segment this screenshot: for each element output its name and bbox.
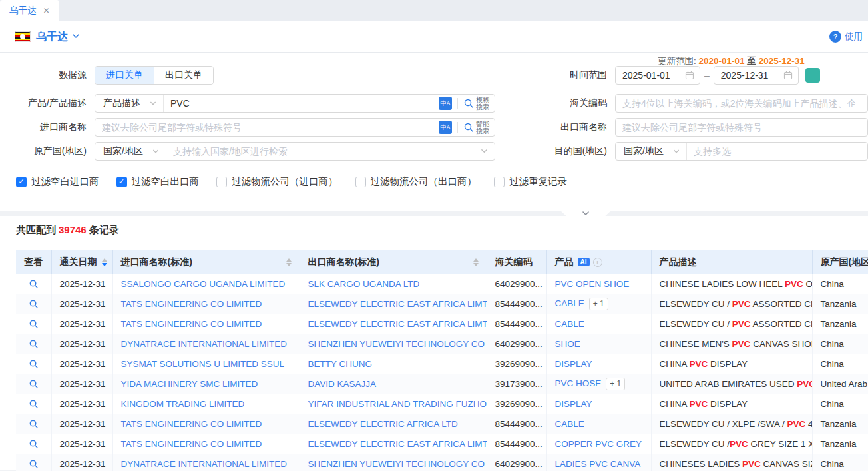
tab-export-customs[interactable]: 出口关单 [154,67,213,84]
sort-asc-icon[interactable] [473,258,479,262]
sort-desc-icon[interactable] [473,263,479,266]
sort-asc-icon[interactable] [286,258,292,262]
sort-desc-icon[interactable] [102,263,107,266]
product-link[interactable]: SHOE [555,339,580,349]
importer-link[interactable]: DYNATRACE INTERNATIONAL LIMITED [121,459,288,469]
importer-link[interactable]: TATS ENGINEERING CO LIMITED [121,299,262,309]
sort-control[interactable] [473,258,479,266]
sort-control[interactable] [286,258,292,266]
filter-checkbox-0[interactable]: ✓过滤空白进口商 [16,175,99,188]
product-link[interactable]: CABLE [555,319,584,329]
exporter-link[interactable]: SLK CARGO UGANDA LTD [308,279,420,289]
translate-icon[interactable]: 中A [439,97,452,110]
destination-input[interactable] [687,143,867,160]
date-to-input[interactable] [714,67,783,84]
filter-checkbox-2[interactable]: 过滤物流公司（进口商） [216,175,338,188]
sort-asc-icon[interactable] [102,258,107,262]
tab-import-customs[interactable]: 进口关单 [95,67,154,84]
calendar-icon[interactable] [685,71,700,80]
product-link[interactable]: DISPLAY [555,399,592,409]
checkbox-icon[interactable] [494,177,505,187]
promo-icon[interactable] [805,68,820,83]
importer-link[interactable]: SYSMAT SOLUTIONS U LIMITED SSUL [121,359,285,369]
product-link[interactable]: CABLE [555,419,584,429]
product-link[interactable]: PVC HOSE [555,378,602,388]
checkbox-checked-icon[interactable]: ✓ [16,177,27,187]
column-header-3[interactable]: 出口商名称(标准) [300,250,487,274]
column-header-1[interactable]: 通关日期 [51,250,112,274]
importer-link[interactable]: YIDA MACHINERY SMC LIMITED [121,379,258,389]
filter-checkbox-3[interactable]: 过滤物流公司（出口商） [355,175,477,188]
importer-link[interactable]: TATS ENGINEERING CO LIMITED [121,319,262,329]
origin-type-select[interactable]: 国家/地区 [95,143,166,160]
origin-input[interactable] [166,143,481,160]
view-record-button[interactable] [29,419,39,429]
keyword-highlight: PVC [730,439,748,449]
exporter-link[interactable]: ELSEWEDY ELECTRIC EAST AFRICA LIMTED [308,299,487,309]
view-record-button[interactable] [29,359,39,369]
sort-desc-icon[interactable] [286,263,292,266]
translate-icon[interactable]: 中A [439,121,452,134]
product-link[interactable]: CABLE [555,298,584,308]
importer-link[interactable]: SSALONGO CARGO UGANDA LIMITED [121,279,286,289]
column-header-2[interactable]: 进口商名称(标准) [112,250,300,274]
product-link[interactable]: LADIES PVC CANVA [555,459,641,469]
date-from-input[interactable] [616,67,685,84]
importer-input[interactable] [95,119,439,136]
exporter-link[interactable]: YIFAR INDUSTRIAL AND TRADING FUZHOU... [308,399,487,409]
exporter-link[interactable]: DAVID KASAJJA [308,379,377,389]
calendar-icon[interactable] [783,71,798,80]
filter-checkbox-1[interactable]: ✓过滤空白出口商 [116,175,200,188]
importer-link[interactable]: KINGDOM TRADING LIMITED [121,399,245,409]
update-from: 2020-01-01 [699,56,745,66]
view-record-button[interactable] [29,439,39,449]
importer-link[interactable]: TATS ENGINEERING CO LIMITED [121,439,262,449]
country-title[interactable]: 乌干达 [36,30,68,44]
chevron-down-icon[interactable] [72,31,80,42]
chevron-down-icon [152,148,159,155]
more-products-badge[interactable]: + 1 [606,378,625,390]
filter-checkbox-4[interactable]: 过滤重复记录 [494,175,567,188]
checkbox-icon[interactable] [355,177,366,187]
fuzzy-search-button[interactable]: 模糊 搜索 [463,96,489,111]
tab-uganda[interactable]: 乌干达 ✕ [0,0,59,21]
view-record-button[interactable] [29,459,39,469]
description-cell: CHINESE MEN'S PVC CANVAS SHOE... [651,334,812,354]
destination-type-select[interactable]: 国家/地区 [616,143,687,160]
hscode-input[interactable] [616,95,867,112]
smart-search-button[interactable]: 智能 搜索 [463,120,489,135]
view-record-button[interactable] [29,299,39,309]
view-record-button[interactable] [29,279,39,289]
view-record-button[interactable] [29,339,39,349]
table-row: 2025-12-31TATS ENGINEERING CO LIMITEDELS… [16,294,868,314]
divider [457,122,458,133]
date-from-field[interactable] [615,66,700,85]
importer-link[interactable]: TATS ENGINEERING CO LIMITED [121,419,262,429]
product-input[interactable] [164,95,439,112]
exporter-link[interactable]: BETTY CHUNG [308,359,373,369]
view-record-button[interactable] [29,379,39,389]
more-products-badge[interactable]: + 1 [589,298,608,310]
exporter-link[interactable]: ELSEWEDY ELECTRIC EAST AFRICA LIMTED [308,319,487,329]
date-cell: 2025-12-31 [51,294,112,314]
exporter-link[interactable]: ELSEWEDY ELECTRIC AFRICA LTD [308,419,458,429]
view-record-button[interactable] [29,319,39,329]
sort-control[interactable] [102,258,107,266]
exporter-link[interactable]: SHENZHEN YUEWEIYI TECHNOLOGY CO LTD [308,459,487,469]
tab-close-icon[interactable]: ✕ [43,6,50,15]
view-record-button[interactable] [29,399,39,409]
info-icon[interactable]: i [593,258,602,267]
exporter-input[interactable] [616,119,867,136]
chevron-down-icon[interactable] [481,146,495,157]
checkbox-icon[interactable] [216,177,227,187]
exporter-link[interactable]: SHENZHEN YUEWEIYI TECHNOLOGY CO LTD [308,339,487,349]
checkbox-checked-icon[interactable]: ✓ [116,177,127,187]
product-link[interactable]: DISPLAY [555,359,592,369]
help-link[interactable]: ? 使用 [829,31,863,43]
product-type-select[interactable]: 产品描述 [95,95,164,112]
exporter-link[interactable]: ELSEWEDY ELECTRIC EAST AFRICA LIMTED [308,439,487,449]
product-link[interactable]: PVC OPEN SHOE [555,279,630,289]
date-to-field[interactable] [714,66,799,85]
product-link[interactable]: COPPER PVC GREY [555,439,642,449]
importer-link[interactable]: DYNATRACE INTERNATIONAL LIMITED [121,339,288,349]
